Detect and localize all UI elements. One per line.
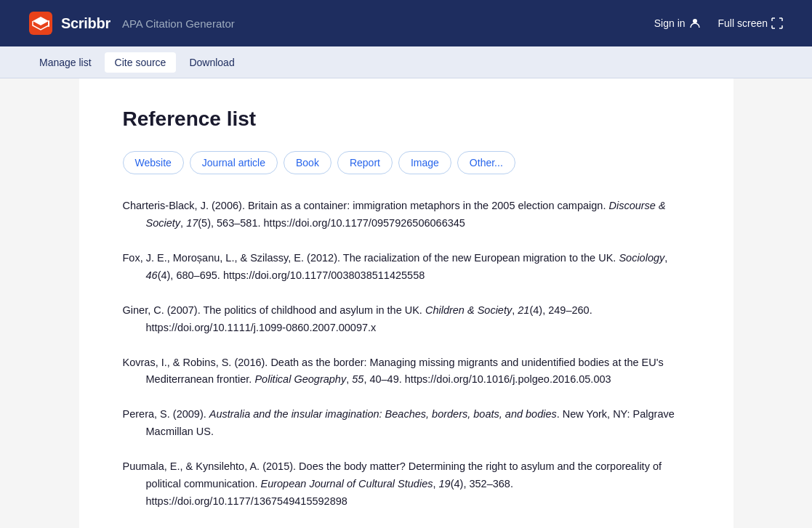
source-types: Website Journal article Book Report Imag… (123, 151, 690, 174)
header: Scribbr APA Citation Generator Sign in F… (0, 0, 812, 46)
reference-item: Perera, S. (2009). Australia and the ins… (123, 406, 690, 441)
toolbar-cite-source[interactable]: Cite source (105, 52, 177, 73)
fullscreen-icon (771, 17, 783, 29)
source-type-other[interactable]: Other... (457, 151, 515, 174)
sign-in-button[interactable]: Sign in (654, 17, 701, 29)
toolbar: Manage list Cite source Download (0, 46, 812, 78)
main-content: Reference list Website Journal article B… (79, 78, 733, 528)
reference-item: Charteris-Black, J. (2006). Britain as a… (123, 198, 690, 232)
fullscreen-button[interactable]: Full screen (718, 17, 783, 29)
logo-text: Scribbr (61, 15, 110, 32)
source-type-journal[interactable]: Journal article (190, 151, 278, 174)
reference-item: Fox, J. E., Moroșanu, L., & Szilassy, E.… (123, 250, 690, 285)
page-title: Reference list (123, 107, 690, 131)
source-type-book[interactable]: Book (284, 151, 331, 174)
header-right: Sign in Full screen (654, 17, 783, 29)
person-icon (689, 17, 701, 29)
source-type-image[interactable]: Image (398, 151, 451, 174)
app-title: APA Citation Generator (122, 17, 235, 30)
toolbar-manage-list[interactable]: Manage list (29, 52, 102, 73)
reference-item: Giner, C. (2007). The politics of childh… (123, 302, 690, 337)
toolbar-download[interactable]: Download (179, 52, 244, 73)
header-left: Scribbr APA Citation Generator (29, 12, 235, 35)
scribbr-logo-icon (29, 12, 52, 35)
source-type-report[interactable]: Report (337, 151, 393, 174)
reference-item: Kovras, I., & Robins, S. (2016). Death a… (123, 354, 690, 389)
reference-item: Puumala, E., & Kynsilehto, A. (2015). Do… (123, 458, 690, 511)
reference-list: Charteris-Black, J. (2006). Britain as a… (123, 198, 690, 511)
source-type-website[interactable]: Website (123, 151, 184, 174)
svg-point-1 (693, 19, 697, 23)
